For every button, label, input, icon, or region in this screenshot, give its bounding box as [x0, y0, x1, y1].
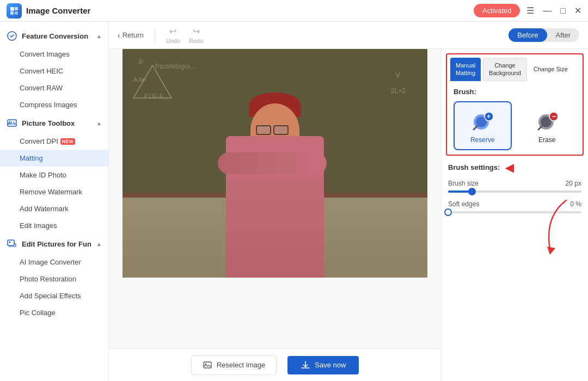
sidebar-item-convert-heic[interactable]: Convert HEIC [0, 63, 108, 79]
red-arrow-indicator: ◀ [505, 161, 513, 174]
minimize-icon[interactable]: — [543, 6, 552, 16]
edit-pictures-label: Edit Pictures for Fun [22, 240, 91, 248]
svg-point-8 [9, 242, 11, 243]
edit-pictures-icon [7, 238, 17, 249]
convert-dpi-new-badge: NEW [60, 138, 75, 145]
image-container: b Parallelogra... A.bn P.DE-E... 2L+2 V [122, 49, 427, 278]
brush-size-track [448, 190, 581, 193]
brush-section-label: Brush: [454, 88, 576, 96]
bottom-bar: Reselect image Save now [109, 348, 441, 381]
tab-manual-matting[interactable]: ManualMatting [450, 58, 481, 81]
svg-text:−: − [552, 112, 556, 121]
brush-options: + Reserve [454, 101, 576, 150]
app-title: Image Converter [26, 6, 90, 15]
toolbar: ‹ Return ↪ Undo ↪ Redo Before After [109, 22, 588, 49]
brush-size-header: Brush size 20 px [448, 180, 581, 187]
brush-option-reserve[interactable]: + Reserve [454, 101, 512, 150]
sidebar-item-compress-images[interactable]: Compress Images [0, 96, 108, 113]
sidebar-item-add-watermark[interactable]: Add Watermark [0, 200, 108, 217]
brush-settings-label: Brush settings: ◀ [448, 161, 581, 174]
feature-conversion-chevron: ▲ [96, 33, 102, 39]
save-icon [301, 360, 310, 370]
undo-redo-group: ↪ Undo ↪ Redo [166, 26, 204, 44]
app-icon [7, 3, 22, 19]
chevron-left-icon: ‹ [118, 31, 120, 40]
brush-size-row: Brush size 20 px [448, 180, 581, 193]
arrow-annotation-area [442, 228, 588, 271]
sidebar-section-edit-pictures[interactable]: Edit Pictures for Fun ▲ [0, 234, 108, 254]
title-bar: Image Converter Activated ☰ — □ ✕ [0, 0, 588, 22]
feature-conversion-label: Feature Conversion [22, 32, 88, 40]
brush-size-thumb[interactable] [468, 188, 476, 195]
sidebar-item-photo-restoration[interactable]: Photo Restoration [0, 271, 108, 287]
toolbar-separator [155, 29, 155, 42]
red-arrow-svg [534, 195, 577, 260]
tab-row: ManualMatting ChangeBackground Change Si… [447, 54, 583, 81]
activated-button[interactable]: Activated [474, 4, 520, 17]
window-controls: ☰ — □ ✕ [526, 5, 581, 16]
menu-icon[interactable]: ☰ [526, 5, 534, 16]
svg-rect-1 [15, 7, 18, 10]
svg-rect-10 [204, 362, 211, 368]
sidebar-item-ai-image-converter[interactable]: AI Image Converter [0, 254, 108, 271]
sidebar-item-make-id-photo[interactable]: Make ID Photo [0, 167, 108, 183]
sidebar-section-feature-conversion[interactable]: Feature Conversion ▲ [0, 26, 108, 46]
title-bar-right: Activated ☰ — □ ✕ [474, 4, 581, 17]
svg-text:+: + [487, 113, 491, 120]
undo-arrow-icon: ↪ [169, 26, 176, 36]
photo-display: b Parallelogra... A.bn P.DE-E... 2L+2 V [122, 49, 427, 278]
close-icon[interactable]: ✕ [574, 5, 581, 16]
reserve-label: Reserve [470, 136, 495, 144]
red-color-overlay [122, 49, 427, 278]
feature-conversion-icon [7, 30, 17, 41]
tab-container: ManualMatting ChangeBackground Change Si… [446, 53, 584, 81]
sidebar-item-convert-images[interactable]: Convert Images [0, 46, 108, 63]
after-button[interactable]: After [547, 28, 579, 42]
reserve-brush-icon: + [469, 108, 495, 134]
tab-change-background[interactable]: ChangeBackground [483, 58, 527, 81]
sidebar-section-picture-toolbox[interactable]: Picture Toolbox ▲ [0, 113, 108, 133]
brush-section: Brush: + [446, 81, 584, 156]
soft-edges-label: Soft edges [448, 200, 479, 208]
brush-size-value: 20 px [566, 180, 581, 187]
svg-rect-3 [15, 11, 18, 15]
sidebar-item-convert-raw[interactable]: Convert RAW [0, 79, 108, 96]
right-panel: ManualMatting ChangeBackground Change Si… [441, 49, 588, 381]
picture-toolbox-icon [7, 118, 17, 128]
image-area: b Parallelogra... A.bn P.DE-E... 2L+2 V [109, 49, 441, 381]
erase-label: Erase [538, 136, 555, 144]
redo-button[interactable]: ↪ Redo [189, 26, 203, 44]
svg-marker-20 [547, 247, 555, 255]
edit-pictures-chevron: ▲ [96, 241, 102, 247]
sidebar: Feature Conversion ▲ Convert Images Conv… [0, 22, 109, 381]
reselect-image-button[interactable]: Reselect image [191, 355, 277, 375]
svg-rect-7 [8, 240, 14, 245]
redo-arrow-icon: ↪ [193, 26, 200, 36]
content-area: ‹ Return ↪ Undo ↪ Redo Before After [109, 22, 588, 381]
before-after-toggle: Before After [509, 28, 579, 42]
tab-change-size[interactable]: Change Size [529, 58, 572, 81]
reselect-icon [203, 360, 212, 370]
main-layout: Feature Conversion ▲ Convert Images Conv… [0, 22, 588, 381]
workspace: b Parallelogra... A.bn P.DE-E... 2L+2 V [109, 49, 588, 381]
undo-button[interactable]: ↪ Undo [166, 26, 180, 44]
brush-option-erase[interactable]: − Erase [518, 101, 577, 150]
save-now-button[interactable]: Save now [287, 356, 359, 374]
sidebar-item-pic-collage[interactable]: Pic Collage [0, 304, 108, 321]
before-button[interactable]: Before [509, 28, 547, 42]
svg-rect-0 [10, 7, 14, 11]
maximize-icon[interactable]: □ [560, 6, 566, 16]
sidebar-item-add-special-effects[interactable]: Add Special Effects [0, 287, 108, 304]
erase-brush-icon: − [534, 108, 560, 134]
sidebar-item-convert-dpi[interactable]: Convert DPI NEW [0, 133, 108, 150]
soft-edges-thumb[interactable] [444, 208, 452, 216]
sidebar-item-remove-watermark[interactable]: Remove Watermark [0, 183, 108, 200]
picture-toolbox-label: Picture Toolbox [22, 119, 75, 127]
picture-toolbox-chevron: ▲ [96, 120, 102, 126]
svg-rect-2 [10, 11, 14, 15]
sidebar-item-edit-images[interactable]: Edit Images [0, 217, 108, 234]
sidebar-item-matting[interactable]: Matting [0, 150, 108, 167]
return-button[interactable]: ‹ Return [118, 31, 144, 40]
brush-size-label: Brush size [448, 180, 479, 187]
title-bar-left: Image Converter [7, 3, 90, 19]
